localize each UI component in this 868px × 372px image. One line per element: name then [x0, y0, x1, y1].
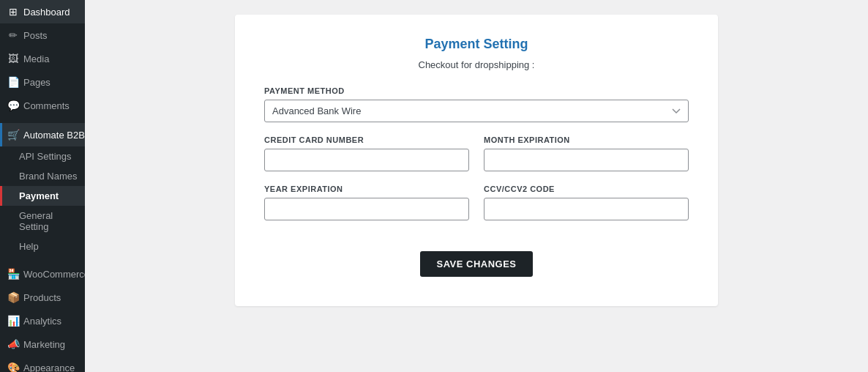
sidebar-item-woocommerce[interactable]: 🏪 WooCommerce: [0, 262, 85, 286]
sidebar-item-marketing[interactable]: 📣 Marketing: [0, 332, 85, 356]
card-subtitle: Checkout for dropshipping :: [264, 59, 689, 70]
ccv-group: CCV/CCV2 CODE: [484, 185, 689, 220]
submenu-item-general-setting[interactable]: General Setting: [0, 206, 85, 237]
pages-icon: 📄: [7, 76, 19, 88]
month-expiration-group: MONTH EXPIRATION: [484, 135, 689, 171]
credit-card-group: CREDIT CARD NUMBER: [264, 135, 469, 171]
appearance-icon: 🎨: [7, 362, 19, 372]
posts-icon: ✏: [7, 29, 19, 41]
comments-icon: 💬: [7, 100, 19, 111]
ccv-input[interactable]: [484, 198, 689, 220]
credit-card-input[interactable]: [264, 149, 469, 171]
products-icon: 📦: [7, 291, 19, 303]
analytics-icon: 📊: [7, 315, 19, 327]
sidebar-item-dashboard[interactable]: ⊞ Dashboard: [0, 0, 85, 23]
credit-card-label: CREDIT CARD NUMBER: [264, 135, 469, 144]
sidebar-item-appearance[interactable]: 🎨 Appearance: [0, 356, 85, 372]
ccv-label: CCV/CCV2 CODE: [484, 185, 689, 193]
sidebar-item-comments[interactable]: 💬 Comments: [0, 94, 85, 117]
submenu-item-api-settings[interactable]: API Settings: [0, 146, 85, 166]
year-expiration-group: YEAR EXPIRATION: [264, 185, 469, 220]
payment-settings-card: Payment Setting Checkout for dropshippin…: [235, 15, 718, 306]
payment-method-label: PAYMENT METHOD: [264, 86, 689, 95]
submenu-item-help[interactable]: Help: [0, 237, 85, 256]
marketing-icon: 📣: [7, 338, 19, 350]
automate-b2b-submenu: API Settings Brand Names Payment General…: [0, 146, 85, 256]
sidebar-item-products[interactable]: 📦 Products: [0, 286, 85, 309]
sidebar-item-pages[interactable]: 📄 Pages: [0, 70, 85, 94]
payment-method-select[interactable]: Advanced Bank Wire Credit Card PayPal: [264, 100, 689, 122]
sidebar-item-posts[interactable]: ✏ Posts: [0, 23, 85, 47]
main-content: Payment Setting Checkout for dropshippin…: [85, 0, 868, 372]
month-expiration-label: MONTH EXPIRATION: [484, 135, 689, 144]
sidebar-item-media[interactable]: 🖼 Media: [0, 47, 85, 70]
year-expiration-label: YEAR EXPIRATION: [264, 185, 469, 193]
year-expiration-input[interactable]: [264, 198, 469, 220]
payment-method-group: PAYMENT METHOD Advanced Bank Wire Credit…: [264, 86, 689, 122]
submenu-item-brand-names[interactable]: Brand Names: [0, 166, 85, 186]
automate-b2b-icon: 🛒: [7, 129, 19, 141]
woocommerce-icon: 🏪: [7, 268, 19, 280]
card-title: Payment Setting: [264, 37, 689, 52]
media-icon: 🖼: [7, 53, 19, 64]
save-changes-button[interactable]: SAVE CHANGES: [420, 251, 532, 277]
sidebar-item-automate-b2b[interactable]: 🛒 Automate B2B: [0, 123, 85, 146]
sidebar: ⊞ Dashboard ✏ Posts 🖼 Media 📄 Pages 💬 Co…: [0, 0, 85, 372]
submenu-item-payment[interactable]: Payment: [0, 186, 85, 206]
dashboard-icon: ⊞: [7, 6, 19, 18]
month-expiration-input[interactable]: [484, 149, 689, 171]
row-year-ccv: YEAR EXPIRATION CCV/CCV2 CODE: [264, 185, 689, 234]
sidebar-item-analytics[interactable]: 📊 Analytics: [0, 309, 85, 332]
row-credit-month: CREDIT CARD NUMBER MONTH EXPIRATION: [264, 135, 689, 185]
